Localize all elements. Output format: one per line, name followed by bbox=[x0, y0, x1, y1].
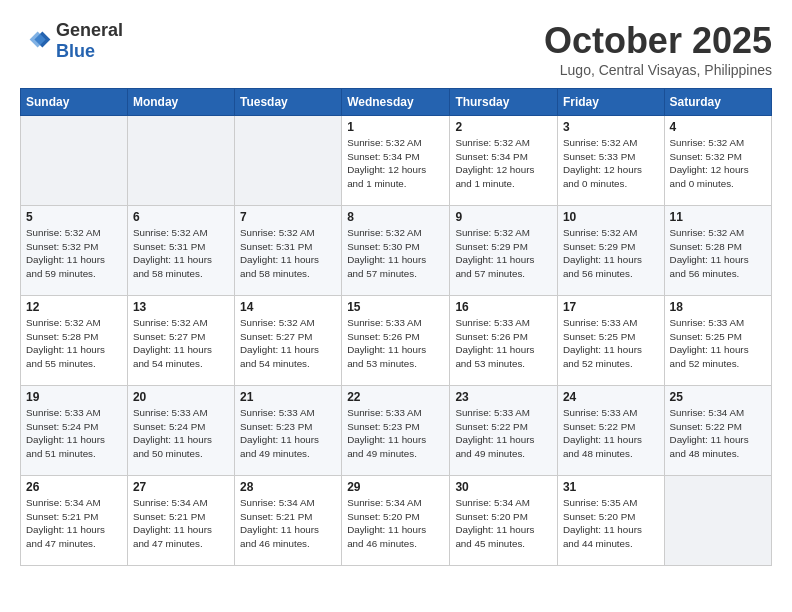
calendar-cell: 1Sunrise: 5:32 AMSunset: 5:34 PMDaylight… bbox=[342, 116, 450, 206]
day-number: 9 bbox=[455, 210, 552, 224]
logo-text: General Blue bbox=[56, 20, 123, 62]
calendar-table: SundayMondayTuesdayWednesdayThursdayFrid… bbox=[20, 88, 772, 566]
logo-icon bbox=[20, 25, 52, 57]
day-number: 18 bbox=[670, 300, 766, 314]
day-number: 23 bbox=[455, 390, 552, 404]
day-header-sunday: Sunday bbox=[21, 89, 128, 116]
calendar-cell: 24Sunrise: 5:33 AMSunset: 5:22 PMDayligh… bbox=[557, 386, 664, 476]
calendar-cell: 14Sunrise: 5:32 AMSunset: 5:27 PMDayligh… bbox=[234, 296, 341, 386]
week-row-1: 1Sunrise: 5:32 AMSunset: 5:34 PMDaylight… bbox=[21, 116, 772, 206]
day-info: Sunrise: 5:32 AMSunset: 5:29 PMDaylight:… bbox=[455, 226, 552, 281]
calendar-header-row: SundayMondayTuesdayWednesdayThursdayFrid… bbox=[21, 89, 772, 116]
week-row-5: 26Sunrise: 5:34 AMSunset: 5:21 PMDayligh… bbox=[21, 476, 772, 566]
day-info: Sunrise: 5:32 AMSunset: 5:33 PMDaylight:… bbox=[563, 136, 659, 191]
day-number: 6 bbox=[133, 210, 229, 224]
day-info: Sunrise: 5:32 AMSunset: 5:29 PMDaylight:… bbox=[563, 226, 659, 281]
calendar-cell bbox=[664, 476, 771, 566]
day-info: Sunrise: 5:34 AMSunset: 5:21 PMDaylight:… bbox=[26, 496, 122, 551]
day-info: Sunrise: 5:33 AMSunset: 5:22 PMDaylight:… bbox=[455, 406, 552, 461]
calendar-cell: 6Sunrise: 5:32 AMSunset: 5:31 PMDaylight… bbox=[127, 206, 234, 296]
calendar-cell bbox=[127, 116, 234, 206]
page-header: General Blue October 2025 Lugo, Central … bbox=[20, 20, 772, 78]
calendar-cell: 5Sunrise: 5:32 AMSunset: 5:32 PMDaylight… bbox=[21, 206, 128, 296]
day-info: Sunrise: 5:32 AMSunset: 5:32 PMDaylight:… bbox=[670, 136, 766, 191]
day-info: Sunrise: 5:33 AMSunset: 5:26 PMDaylight:… bbox=[455, 316, 552, 371]
calendar-cell: 18Sunrise: 5:33 AMSunset: 5:25 PMDayligh… bbox=[664, 296, 771, 386]
day-header-wednesday: Wednesday bbox=[342, 89, 450, 116]
day-number: 7 bbox=[240, 210, 336, 224]
day-info: Sunrise: 5:34 AMSunset: 5:20 PMDaylight:… bbox=[455, 496, 552, 551]
day-info: Sunrise: 5:33 AMSunset: 5:23 PMDaylight:… bbox=[240, 406, 336, 461]
day-info: Sunrise: 5:34 AMSunset: 5:22 PMDaylight:… bbox=[670, 406, 766, 461]
calendar-cell: 22Sunrise: 5:33 AMSunset: 5:23 PMDayligh… bbox=[342, 386, 450, 476]
day-info: Sunrise: 5:33 AMSunset: 5:25 PMDaylight:… bbox=[563, 316, 659, 371]
day-header-friday: Friday bbox=[557, 89, 664, 116]
week-row-3: 12Sunrise: 5:32 AMSunset: 5:28 PMDayligh… bbox=[21, 296, 772, 386]
calendar-cell: 19Sunrise: 5:33 AMSunset: 5:24 PMDayligh… bbox=[21, 386, 128, 476]
day-number: 14 bbox=[240, 300, 336, 314]
calendar-cell: 31Sunrise: 5:35 AMSunset: 5:20 PMDayligh… bbox=[557, 476, 664, 566]
calendar-cell: 2Sunrise: 5:32 AMSunset: 5:34 PMDaylight… bbox=[450, 116, 558, 206]
day-info: Sunrise: 5:33 AMSunset: 5:23 PMDaylight:… bbox=[347, 406, 444, 461]
calendar-cell: 10Sunrise: 5:32 AMSunset: 5:29 PMDayligh… bbox=[557, 206, 664, 296]
day-number: 29 bbox=[347, 480, 444, 494]
day-info: Sunrise: 5:32 AMSunset: 5:31 PMDaylight:… bbox=[240, 226, 336, 281]
day-info: Sunrise: 5:34 AMSunset: 5:21 PMDaylight:… bbox=[133, 496, 229, 551]
calendar-cell: 7Sunrise: 5:32 AMSunset: 5:31 PMDaylight… bbox=[234, 206, 341, 296]
calendar-cell: 8Sunrise: 5:32 AMSunset: 5:30 PMDaylight… bbox=[342, 206, 450, 296]
day-info: Sunrise: 5:32 AMSunset: 5:28 PMDaylight:… bbox=[26, 316, 122, 371]
day-header-saturday: Saturday bbox=[664, 89, 771, 116]
day-number: 5 bbox=[26, 210, 122, 224]
day-info: Sunrise: 5:32 AMSunset: 5:32 PMDaylight:… bbox=[26, 226, 122, 281]
day-number: 11 bbox=[670, 210, 766, 224]
day-info: Sunrise: 5:32 AMSunset: 5:34 PMDaylight:… bbox=[347, 136, 444, 191]
day-info: Sunrise: 5:33 AMSunset: 5:24 PMDaylight:… bbox=[133, 406, 229, 461]
calendar-cell: 20Sunrise: 5:33 AMSunset: 5:24 PMDayligh… bbox=[127, 386, 234, 476]
calendar-cell: 13Sunrise: 5:32 AMSunset: 5:27 PMDayligh… bbox=[127, 296, 234, 386]
calendar-cell: 25Sunrise: 5:34 AMSunset: 5:22 PMDayligh… bbox=[664, 386, 771, 476]
day-number: 2 bbox=[455, 120, 552, 134]
day-number: 12 bbox=[26, 300, 122, 314]
day-info: Sunrise: 5:32 AMSunset: 5:30 PMDaylight:… bbox=[347, 226, 444, 281]
day-number: 30 bbox=[455, 480, 552, 494]
day-number: 22 bbox=[347, 390, 444, 404]
calendar-cell: 16Sunrise: 5:33 AMSunset: 5:26 PMDayligh… bbox=[450, 296, 558, 386]
day-info: Sunrise: 5:32 AMSunset: 5:31 PMDaylight:… bbox=[133, 226, 229, 281]
day-header-tuesday: Tuesday bbox=[234, 89, 341, 116]
calendar-cell: 4Sunrise: 5:32 AMSunset: 5:32 PMDaylight… bbox=[664, 116, 771, 206]
day-info: Sunrise: 5:34 AMSunset: 5:21 PMDaylight:… bbox=[240, 496, 336, 551]
day-number: 8 bbox=[347, 210, 444, 224]
day-number: 16 bbox=[455, 300, 552, 314]
day-number: 20 bbox=[133, 390, 229, 404]
day-number: 24 bbox=[563, 390, 659, 404]
day-number: 1 bbox=[347, 120, 444, 134]
week-row-4: 19Sunrise: 5:33 AMSunset: 5:24 PMDayligh… bbox=[21, 386, 772, 476]
calendar-cell: 3Sunrise: 5:32 AMSunset: 5:33 PMDaylight… bbox=[557, 116, 664, 206]
day-header-thursday: Thursday bbox=[450, 89, 558, 116]
calendar-cell: 27Sunrise: 5:34 AMSunset: 5:21 PMDayligh… bbox=[127, 476, 234, 566]
calendar-cell: 9Sunrise: 5:32 AMSunset: 5:29 PMDaylight… bbox=[450, 206, 558, 296]
day-number: 19 bbox=[26, 390, 122, 404]
week-row-2: 5Sunrise: 5:32 AMSunset: 5:32 PMDaylight… bbox=[21, 206, 772, 296]
day-number: 10 bbox=[563, 210, 659, 224]
logo: General Blue bbox=[20, 20, 123, 62]
day-info: Sunrise: 5:34 AMSunset: 5:20 PMDaylight:… bbox=[347, 496, 444, 551]
day-info: Sunrise: 5:33 AMSunset: 5:22 PMDaylight:… bbox=[563, 406, 659, 461]
day-info: Sunrise: 5:35 AMSunset: 5:20 PMDaylight:… bbox=[563, 496, 659, 551]
day-info: Sunrise: 5:32 AMSunset: 5:27 PMDaylight:… bbox=[133, 316, 229, 371]
day-number: 26 bbox=[26, 480, 122, 494]
day-number: 31 bbox=[563, 480, 659, 494]
calendar-cell: 12Sunrise: 5:32 AMSunset: 5:28 PMDayligh… bbox=[21, 296, 128, 386]
calendar-cell bbox=[21, 116, 128, 206]
day-number: 15 bbox=[347, 300, 444, 314]
day-info: Sunrise: 5:33 AMSunset: 5:25 PMDaylight:… bbox=[670, 316, 766, 371]
day-number: 3 bbox=[563, 120, 659, 134]
calendar-cell: 26Sunrise: 5:34 AMSunset: 5:21 PMDayligh… bbox=[21, 476, 128, 566]
calendar-cell: 30Sunrise: 5:34 AMSunset: 5:20 PMDayligh… bbox=[450, 476, 558, 566]
day-info: Sunrise: 5:32 AMSunset: 5:34 PMDaylight:… bbox=[455, 136, 552, 191]
day-number: 13 bbox=[133, 300, 229, 314]
title-block: October 2025 Lugo, Central Visayas, Phil… bbox=[544, 20, 772, 78]
day-number: 21 bbox=[240, 390, 336, 404]
day-info: Sunrise: 5:33 AMSunset: 5:26 PMDaylight:… bbox=[347, 316, 444, 371]
calendar-cell: 23Sunrise: 5:33 AMSunset: 5:22 PMDayligh… bbox=[450, 386, 558, 476]
